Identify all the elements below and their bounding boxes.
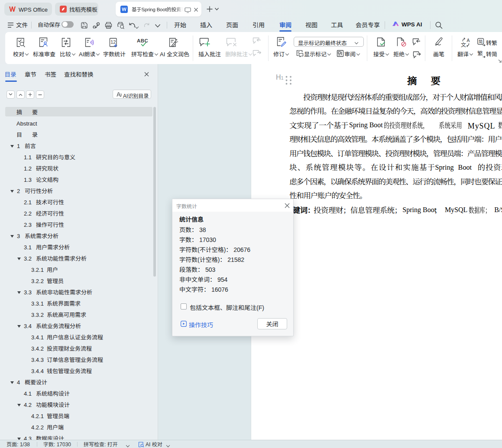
svg-text:12: 12 (110, 39, 116, 45)
svg-text:A: A (467, 38, 470, 43)
svg-text:ABC: ABC (137, 38, 148, 43)
svg-text:简: 简 (479, 38, 483, 45)
svg-text:文: 文 (461, 41, 466, 47)
svg-text:繁: 繁 (477, 50, 483, 57)
